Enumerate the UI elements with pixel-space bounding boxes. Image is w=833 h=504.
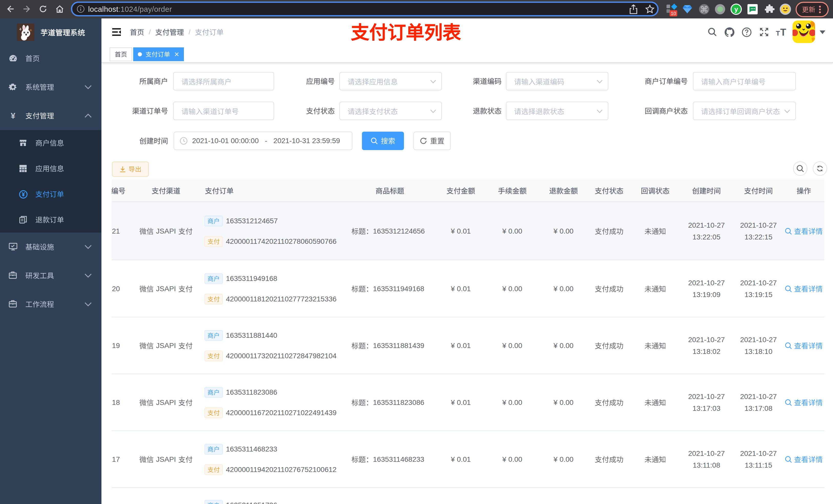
svg-text:T: T — [780, 27, 786, 36]
svg-text:y: y — [734, 5, 738, 13]
svg-text:T: T — [776, 29, 780, 36]
svg-text:10: 10 — [671, 11, 676, 16]
